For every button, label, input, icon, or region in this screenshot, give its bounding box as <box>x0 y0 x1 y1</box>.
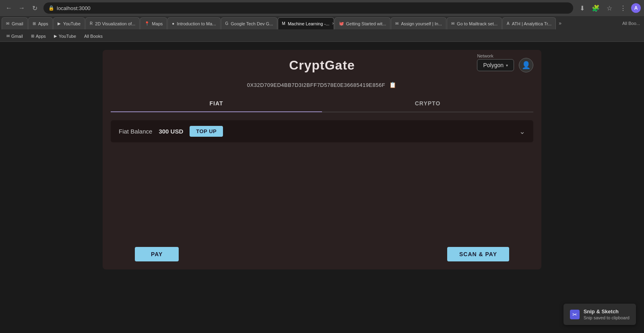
tab-close-ml[interactable]: ✕ <box>332 21 334 26</box>
bookmark-apps-label: Apps <box>36 34 46 39</box>
tab-label-ath: ATH | Analyttica Tr... <box>512 21 552 26</box>
tab-label-intro-ma: Introduction to Ma... <box>177 21 216 26</box>
app-tab-row: FIAT CRYPTO <box>111 95 533 112</box>
chevron-down-expand-icon: ⌄ <box>519 127 525 136</box>
apps-favicon: ⊞ <box>33 21 36 26</box>
tab-label-2d-vis: 2D Visualization of... <box>95 21 135 26</box>
tab-label-google-tech: Google Tech Dev G... <box>231 21 273 26</box>
network-selector[interactable]: Polygon ▾ <box>477 59 514 71</box>
bookmark-gmail[interactable]: ✉ Gmail <box>3 33 26 39</box>
bookmarks-overflow[interactable]: All Boo... <box>620 21 642 26</box>
reload-button[interactable]: ↻ <box>29 2 40 14</box>
copy-address-button[interactable]: 📋 <box>388 81 397 89</box>
balance-section: Fiat Balance 300 USD TOP UP ⌄ <box>111 120 533 142</box>
tab-label-gmail: Gmail <box>12 21 23 26</box>
snip-app-name: Snip & Sketch <box>584 308 630 314</box>
wallet-address: 0X32D709ED4BB7D3I2BFF7D578E0E36685419E85… <box>247 82 385 88</box>
tab-label-mailtrack: Go to Mailtrack set... <box>457 21 497 26</box>
tab-gmail[interactable]: ✉ Gmail <box>2 17 28 29</box>
user-avatar-icon: 👤 <box>522 61 530 70</box>
tab-label-getting-started: Getting Started wit... <box>346 21 386 26</box>
bookmark-icon[interactable]: ☆ <box>604 2 615 14</box>
browser-chrome: ← → ↻ 🔒 localhost:3000 ⬇ 🧩 ☆ ⋮ A ✉ Gmail… <box>0 0 644 42</box>
tab-crypto-label: CRYPTO <box>415 100 441 107</box>
address-bar[interactable]: 🔒 localhost:3000 <box>43 2 573 14</box>
gmail-favicon: ✉ <box>6 21 9 26</box>
tab-label-maps: Maps <box>152 21 163 26</box>
network-label: Network <box>477 53 493 58</box>
getting-started-favicon: 🐙 <box>339 21 344 26</box>
tab-2d-vis[interactable]: R 2D Visualization of... <box>85 17 140 29</box>
action-buttons: PAY SCAN & PAY <box>111 247 533 261</box>
pay-button[interactable]: PAY <box>135 247 179 261</box>
tab-fiat[interactable]: FIAT <box>111 95 322 112</box>
tab-label-ml: Machine Learning -... <box>288 21 329 26</box>
snip-icon: ✂ <box>570 310 580 319</box>
maps-favicon: 📍 <box>144 21 149 26</box>
tab-label-assign: Assign yourself | In... <box>401 21 442 26</box>
app-header: CryptGate Network Polygon ▾ 👤 <box>111 58 533 73</box>
tabs-bar: ✉ Gmail ⊞ Apps ▶ YouTube R 2D Visualizat… <box>0 16 644 31</box>
user-avatar-button[interactable]: 👤 <box>519 58 533 72</box>
tab-google-tech[interactable]: G Google Tech Dev G... <box>221 17 277 29</box>
chevron-down-icon: ▾ <box>506 63 508 68</box>
bookmark-apps[interactable]: ⊞ Apps <box>28 33 49 39</box>
snip-notification: ✂ Snip & Sketch Snip saved to clipboard <box>564 304 636 325</box>
bookmark-youtube[interactable]: ▶ YouTube <box>51 33 79 39</box>
bookmark-gmail-icon: ✉ <box>6 34 10 38</box>
browser-toolbar: ← → ↻ 🔒 localhost:3000 ⬇ 🧩 ☆ ⋮ A <box>0 0 644 16</box>
top-up-button[interactable]: TOP UP <box>190 126 223 137</box>
bookmark-all-books[interactable]: All Books <box>81 33 106 39</box>
bookmarks-bar: ✉ Gmail ⊞ Apps ▶ YouTube All Books <box>0 31 644 42</box>
2d-vis-favicon: R <box>90 21 93 26</box>
bookmark-youtube-icon: ▶ <box>54 34 57 38</box>
network-value: Polygon <box>483 62 504 68</box>
tab-overflow[interactable]: » <box>556 21 564 26</box>
nav-buttons: ← → ↻ <box>3 2 40 14</box>
back-button[interactable]: ← <box>3 2 14 14</box>
menu-icon[interactable]: ⋮ <box>617 2 629 14</box>
app-title: CryptGate <box>289 58 355 73</box>
ath-favicon: A <box>507 21 510 26</box>
tab-maps[interactable]: 📍 Maps <box>140 17 167 29</box>
bookmark-apps-icon: ⊞ <box>31 34 34 38</box>
tab-label-apps: Apps <box>38 21 48 26</box>
app-container: CryptGate Network Polygon ▾ 👤 0X32D709ED… <box>103 50 541 269</box>
tab-intro-ma[interactable]: ● Introduction to Ma... <box>167 17 220 29</box>
tab-ath[interactable]: A ATH | Analyttica Tr... <box>502 17 556 29</box>
youtube-favicon: ▶ <box>58 21 61 26</box>
bookmark-gmail-label: Gmail <box>11 34 23 39</box>
snip-message: Snip saved to clipboard <box>584 315 630 320</box>
snip-text: Snip & Sketch Snip saved to clipboard <box>584 308 630 320</box>
tab-crypto[interactable]: CRYPTO <box>322 95 533 112</box>
wallet-address-row: 0X32D709ED4BB7D3I2BFF7D578E0E36685419E85… <box>111 81 533 89</box>
bookmark-youtube-label: YouTube <box>59 34 76 39</box>
tab-getting-started[interactable]: 🐙 Getting Started wit... <box>334 17 391 29</box>
tab-mailtrack[interactable]: ✉ Go to Mailtrack set... <box>447 17 502 29</box>
tab-assign[interactable]: ✉ Assign yourself | In... <box>391 17 446 29</box>
url-display: localhost:3000 <box>57 5 91 11</box>
assign-favicon: ✉ <box>395 21 398 26</box>
balance-amount: 300 USD <box>159 128 183 135</box>
tab-label-youtube: YouTube <box>63 21 80 26</box>
tab-youtube[interactable]: ▶ YouTube <box>53 17 85 29</box>
scan-pay-button[interactable]: SCAN & PAY <box>447 247 509 261</box>
bookmark-all-books-label: All Books <box>84 34 103 39</box>
lock-icon: 🔒 <box>48 5 54 11</box>
browser-icons: ⬇ 🧩 ☆ ⋮ A <box>576 2 641 14</box>
page-content: CryptGate Network Polygon ▾ 👤 0X32D709ED… <box>0 42 644 333</box>
forward-button[interactable]: → <box>16 2 27 14</box>
ml-favicon: M <box>282 21 285 26</box>
tab-ml[interactable]: M Machine Learning -... ✕ <box>278 17 334 29</box>
extensions-icon[interactable]: 🧩 <box>590 2 601 14</box>
expand-balance-button[interactable]: ⌄ <box>519 127 525 136</box>
google-tech-favicon: G <box>225 21 229 26</box>
profile-avatar[interactable]: A <box>631 3 641 13</box>
copy-icon: 📋 <box>389 82 396 88</box>
balance-label: Fiat Balance <box>119 128 152 135</box>
tab-apps[interactable]: ⊞ Apps <box>28 17 53 29</box>
network-section: Network Polygon ▾ 👤 <box>477 58 533 72</box>
mailtrack-favicon: ✉ <box>451 21 454 26</box>
tab-fiat-label: FIAT <box>209 100 223 107</box>
downloads-icon[interactable]: ⬇ <box>576 2 588 14</box>
